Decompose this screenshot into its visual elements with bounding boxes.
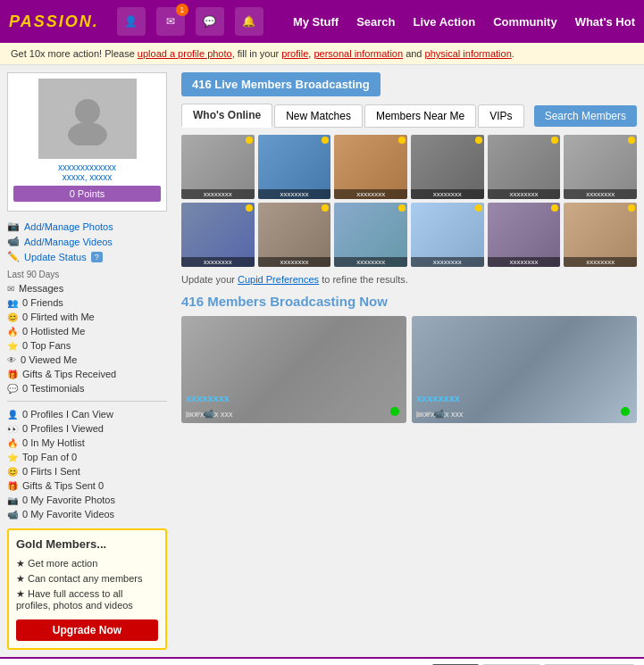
mail-nav-icon[interactable]: ✉ 1	[156, 7, 185, 36]
alert-link-physical[interactable]: physical information	[425, 48, 512, 59]
tab-whos-online[interactable]: Who's Online	[181, 104, 272, 128]
online-indicator	[628, 204, 635, 212]
member-card[interactable]: xxxxxxxx	[181, 135, 255, 199]
stat-flirted: 😊 0 Flirted with Me	[7, 310, 167, 324]
member-name: xxxxxxxx	[488, 189, 561, 199]
stats-section-2: 👤 0 Profiles I Can View 👀 0 Profiles I V…	[7, 407, 167, 521]
stat-top-fans: ⭐ 0 Top Fans	[7, 338, 167, 353]
alert-link-profile[interactable]: profile	[281, 48, 308, 59]
member-name: xxxxxxxx	[334, 257, 407, 267]
profile-nav-icon[interactable]: 👤	[117, 7, 146, 36]
stat-top-fan-of: ⭐ Top Fan of 0	[7, 450, 167, 464]
member-name: xxxxxxxx	[564, 257, 637, 267]
stat-testimonials: 💬 0 Testimonials	[7, 381, 167, 395]
member-card[interactable]: xxxxxxxx	[411, 203, 484, 267]
stat-hotlist: 🔥 0 In My Hotlist	[7, 436, 167, 450]
mail-badge: 1	[176, 4, 188, 16]
upgrade-now-button[interactable]: Upgrade Now	[16, 619, 158, 641]
bell-nav-icon[interactable]: 🔔	[235, 7, 263, 36]
nav-search[interactable]: Search	[356, 15, 395, 29]
stat-profiles-view: 👤 0 Profiles I Can View	[7, 407, 167, 421]
online-indicator	[628, 137, 635, 144]
video-icon: 📹	[7, 236, 20, 247]
edit-icon: ✏️	[7, 251, 20, 262]
online-indicator	[246, 137, 253, 144]
alert-link-personal[interactable]: personal information	[314, 48, 403, 59]
stat-gifts: 🎁 Gifts & Tips Received	[7, 367, 167, 381]
photo-icon: 📷	[7, 220, 20, 232]
sidebar: xxxxxxxxxxxxx xxxxx, xxxxx 0 Points 📷 Ad…	[0, 65, 174, 657]
mail-stat-icon: ✉	[7, 284, 14, 294]
bottom-bar: Member Activity Post To Friends Global N…	[0, 657, 644, 665]
online-indicator	[398, 204, 406, 212]
gold-benefits: Get more action Can contact any members …	[16, 556, 158, 612]
profile-box: xxxxxxxxxxxxx xxxxx, xxxxx 0 Points	[7, 72, 167, 212]
tab-new-matches[interactable]: New Matches	[274, 104, 363, 128]
nav-community[interactable]: Community	[493, 15, 557, 29]
sidebar-actions: 📷 Add/Manage Photos 📹 Add/Manage Videos …	[7, 219, 167, 264]
stat-gifts-sent: 🎁 Gifts & Tips Sent 0	[7, 478, 167, 493]
member-card[interactable]: xxxxxxxx	[258, 135, 331, 199]
online-indicator	[322, 204, 329, 212]
stat-messages: ✉ Messages	[7, 281, 167, 295]
add-manage-photos[interactable]: 📷 Add/Manage Photos	[7, 219, 167, 234]
member-card[interactable]: xxxxxxxx	[564, 203, 637, 267]
cupid-preferences-link[interactable]: Cupid Preferences	[238, 274, 319, 285]
member-name: xxxxxxxx	[411, 257, 484, 267]
member-card[interactable]: xxxxxxxx	[488, 203, 561, 267]
broadcast-name-2: xxxxxxxx	[416, 393, 460, 403]
gold-title: Gold Members...	[16, 537, 158, 551]
online-indicator	[551, 137, 558, 144]
online-indicator	[322, 137, 329, 144]
member-name: xxxxxxxx	[181, 257, 255, 267]
nav-whats-hot[interactable]: What's Hot	[575, 15, 635, 29]
main-layout: xxxxxxxxxxxxx xxxxx, xxxxx 0 Points 📷 Ad…	[0, 65, 644, 657]
alert-bar: Get 10x more action! Please upload a pro…	[0, 43, 644, 65]
stat-viewed: 👁 0 Viewed Me	[7, 353, 167, 367]
gold-benefit-2: Can contact any members	[16, 571, 158, 586]
gold-members-box: Gold Members... Get more action Can cont…	[7, 528, 167, 650]
update-status[interactable]: ✏️ Update Status ?	[7, 249, 167, 264]
search-members-button[interactable]: Search Members	[534, 105, 637, 127]
member-card[interactable]: xxxxxxxx	[258, 203, 331, 267]
add-manage-videos[interactable]: 📹 Add/Manage Videos	[7, 234, 167, 249]
member-name: xxxxxxxx	[411, 189, 484, 199]
member-card[interactable]: xxxxxxxx	[488, 135, 561, 199]
online-indicator	[398, 137, 406, 144]
chat-nav-icon[interactable]: 💬	[196, 7, 224, 36]
online-indicator	[551, 204, 558, 212]
nav-icons: 👤 ✉ 1 💬 🔔	[117, 7, 293, 36]
online-indicator	[475, 204, 482, 212]
stat-profiles-viewed: 👀 0 Profiles I Viewed	[7, 421, 167, 436]
tab-members-near-me[interactable]: Members Near Me	[364, 104, 476, 128]
avatar	[38, 79, 137, 159]
broadcast-card-2[interactable]: xxxxxxxx xxx xx xx xxx ▶ ♥ 📹	[412, 316, 637, 423]
broadcast-action-1: ▶ ♥ 📹	[186, 409, 214, 419]
member-card[interactable]: xxxxxxxx	[181, 203, 255, 267]
svg-point-1	[68, 122, 107, 145]
nav-my-stuff[interactable]: My Stuff	[293, 15, 339, 29]
broadcast-action-2: ▶ ♥ 📹	[416, 409, 445, 419]
member-card[interactable]: xxxxxxxx	[564, 135, 637, 199]
nav-live-action[interactable]: Live Action	[414, 15, 476, 29]
member-card[interactable]: xxxxxxxx	[411, 135, 484, 199]
broadcast-section-title: 416 Members Broadcasting Now	[181, 294, 637, 309]
points-display: 0 Points	[13, 186, 161, 202]
members-grid: xxxxxxxx xxxxxxxx xxxxxxxx xxxxxxxx xxxx…	[181, 135, 637, 267]
members-tabs: Who's Online New Matches Members Near Me…	[181, 104, 637, 128]
nav-links: My Stuff Search Live Action Community Wh…	[293, 15, 635, 29]
content-area: 416 Live Members Broadcasting Who's Onli…	[174, 65, 644, 657]
gold-benefit-3: Have full access to all profiles, photos…	[16, 586, 158, 612]
broadcast-card-1[interactable]: xxxxxxxx xxx xx xx xxx ▶ ♥ 📹	[181, 316, 406, 423]
svg-point-0	[75, 99, 100, 124]
live-indicator-2	[621, 407, 630, 416]
status-badge: ?	[91, 252, 103, 262]
profile-location: xxxxx, xxxxx	[13, 172, 161, 182]
member-name: xxxxxxxx	[258, 189, 331, 199]
profile-username: xxxxxxxxxxxxx	[13, 162, 161, 172]
alert-link-photo[interactable]: upload a profile photo	[138, 48, 232, 59]
tab-vips[interactable]: VIPs	[478, 104, 523, 128]
stat-fav-videos: 📹 0 My Favorite Videos	[7, 507, 167, 521]
member-card[interactable]: xxxxxxxx	[334, 135, 407, 199]
member-card[interactable]: xxxxxxxx	[334, 203, 407, 267]
